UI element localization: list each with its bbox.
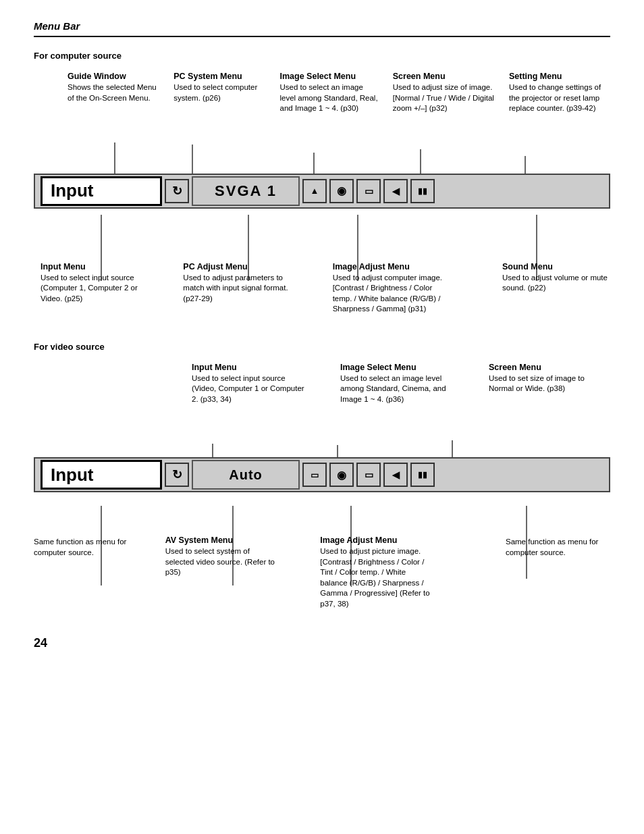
menu-icon-5: ◀	[383, 179, 408, 203]
guide-window-annotation: Guide Window Shows the selected Menu of …	[68, 72, 162, 114]
screen-menu-annotation: Screen Menu Used to adjust size of image…	[393, 72, 498, 114]
setting-menu-title: Setting Menu	[509, 72, 610, 81]
sound-menu-annotation: Sound Menu Used to adjust volume or mute…	[502, 262, 610, 315]
video-menubar: Input ↻ Auto ▭ ◉ ▭ ◀ ▮▮	[34, 457, 610, 492]
video-source-label: For video source	[34, 342, 610, 352]
guide-window-desc: Shows the selected Menu of the On-Screen…	[68, 82, 162, 103]
vid-menu-icon-4: ▭	[356, 463, 381, 487]
input-menu-title: Input Menu	[41, 262, 155, 271]
image-select-menu-annotation: Image Select Menu Used to select an imag…	[280, 72, 381, 114]
pc-system-menu-annotation: PC System Menu Used to select computer s…	[173, 72, 268, 114]
computer-diagram: Guide Window Shows the selected Menu of …	[34, 72, 610, 315]
image-select-menu-title: Image Select Menu	[280, 72, 381, 81]
vid-menu-icon-1: ↻	[165, 463, 189, 487]
video-input-box: Input	[41, 460, 162, 490]
computer-top-annotations: Guide Window Shows the selected Menu of …	[34, 72, 610, 168]
computer-center-display: SVGA 1	[192, 176, 300, 206]
vid-screen-menu-annotation: Screen Menu Used to set size of image to…	[489, 363, 610, 405]
menu-icon-4: ▭	[356, 179, 381, 203]
av-system-menu-annotation: AV System Menu Used to select system of …	[165, 536, 284, 609]
vid-same-left-desc: Same function as menu for computer sourc…	[34, 537, 128, 558]
computer-bottom-annotations: Input Menu Used to select input source (…	[34, 211, 610, 315]
vid-input-menu-desc: Used to select input source (Video, Comp…	[192, 373, 306, 405]
setting-menu-desc: Used to change settings of the projector…	[509, 82, 610, 114]
computer-source-label: For computer source	[34, 51, 610, 61]
menu-icon-6: ▮▮	[410, 179, 435, 203]
vid-same-right-desc: Same function as menu for computer sourc…	[506, 537, 610, 558]
video-bottom-annotations: Same function as menu for computer sourc…	[34, 495, 610, 609]
pc-system-menu-title: PC System Menu	[173, 72, 268, 81]
setting-menu-annotation: Setting Menu Used to change settings of …	[509, 72, 610, 114]
computer-menubar: Input ↻ SVGA 1 ▲ ◉ ▭ ◀ ▮▮	[34, 174, 610, 209]
image-adjust-menu-title: Image Adjust Menu	[333, 262, 475, 271]
vid-image-adjust-menu-title: Image Adjust Menu	[320, 536, 468, 545]
menu-icon-3: ◉	[329, 179, 354, 203]
vid-image-select-menu-title: Image Select Menu	[340, 363, 475, 372]
vid-image-select-menu-desc: Used to select an image level among Stan…	[340, 373, 455, 405]
vid-image-adjust-menu-annotation: Image Adjust Menu Used to adjust picture…	[320, 536, 468, 609]
menu-icon-1: ↻	[165, 179, 189, 203]
vid-same-right-annotation: Same function as menu for computer sourc…	[506, 536, 610, 609]
pc-adjust-menu-desc: Used to adjust parameters to match with …	[183, 273, 298, 305]
vid-input-menu-annotation: Input Menu Used to select input source (…	[192, 363, 327, 405]
page-title: Menu Bar	[34, 20, 610, 37]
pc-adjust-menu-title: PC Adjust Menu	[183, 262, 304, 271]
av-system-menu-title: AV System Menu	[165, 536, 284, 545]
vid-image-select-menu-annotation: Image Select Menu Used to select an imag…	[340, 363, 475, 405]
screen-menu-desc: Used to adjust size of image. [Normal / …	[393, 82, 498, 114]
vid-screen-menu-desc: Used to set size of image to Normal or W…	[489, 373, 603, 394]
video-top-annotations: Input Menu Used to select input source (…	[34, 363, 610, 452]
vid-image-adjust-menu-desc: Used to adjust picture image. [Contrast …	[320, 546, 435, 609]
input-menu-desc: Used to select input source (Computer 1,…	[41, 273, 155, 305]
guide-window-title: Guide Window	[68, 72, 162, 81]
av-system-menu-desc: Used to select system of selected video …	[165, 546, 280, 578]
pc-system-menu-desc: Used to select computer system. (p26)	[173, 82, 268, 103]
video-center-display: Auto	[192, 460, 300, 490]
vid-menu-icon-6: ▮▮	[410, 463, 435, 487]
vid-menu-icon-5: ◀	[383, 463, 408, 487]
page-number: 24	[34, 636, 610, 650]
vid-same-left-annotation: Same function as menu for computer sourc…	[34, 536, 128, 609]
vid-screen-menu-title: Screen Menu	[489, 363, 610, 372]
image-select-menu-desc: Used to select an image level among Stan…	[280, 82, 381, 114]
vid-menu-icon-3: ◉	[329, 463, 354, 487]
vid-menu-icon-2: ▭	[302, 463, 327, 487]
image-adjust-menu-annotation: Image Adjust Menu Used to adjust compute…	[333, 262, 475, 315]
video-source-section: For video source	[34, 342, 610, 610]
vid-input-menu-title: Input Menu	[192, 363, 327, 372]
computer-source-section: For computer source	[34, 51, 610, 315]
pc-adjust-menu-annotation: PC Adjust Menu Used to adjust parameters…	[183, 262, 304, 315]
menu-icon-2: ▲	[302, 179, 327, 203]
image-adjust-menu-desc: Used to adjust computer image. [Contrast…	[333, 273, 448, 315]
computer-input-box: Input	[41, 176, 162, 206]
sound-menu-desc: Used to adjust volume or mute sound. (p2…	[502, 273, 610, 294]
sound-menu-title: Sound Menu	[502, 262, 610, 271]
video-diagram: Input Menu Used to select input source (…	[34, 363, 610, 610]
input-menu-annotation: Input Menu Used to select input source (…	[41, 262, 155, 315]
screen-menu-title: Screen Menu	[393, 72, 498, 81]
